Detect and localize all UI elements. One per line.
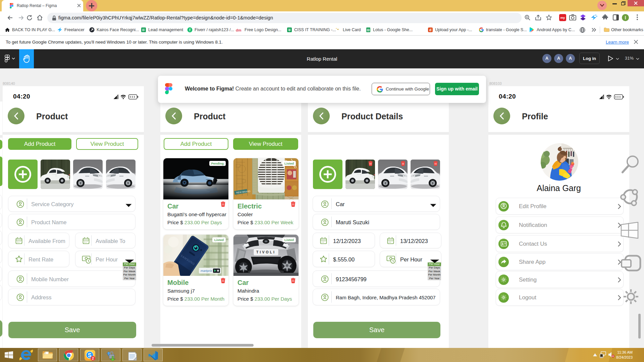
svg-text:dm: dm (236, 28, 241, 32)
svg-text:TIVOLI: TIVOLI (256, 250, 276, 254)
svg-text:d: d (429, 28, 431, 32)
svg-text:2: 2 (92, 357, 94, 360)
svg-text:martprix: martprix (201, 269, 213, 273)
